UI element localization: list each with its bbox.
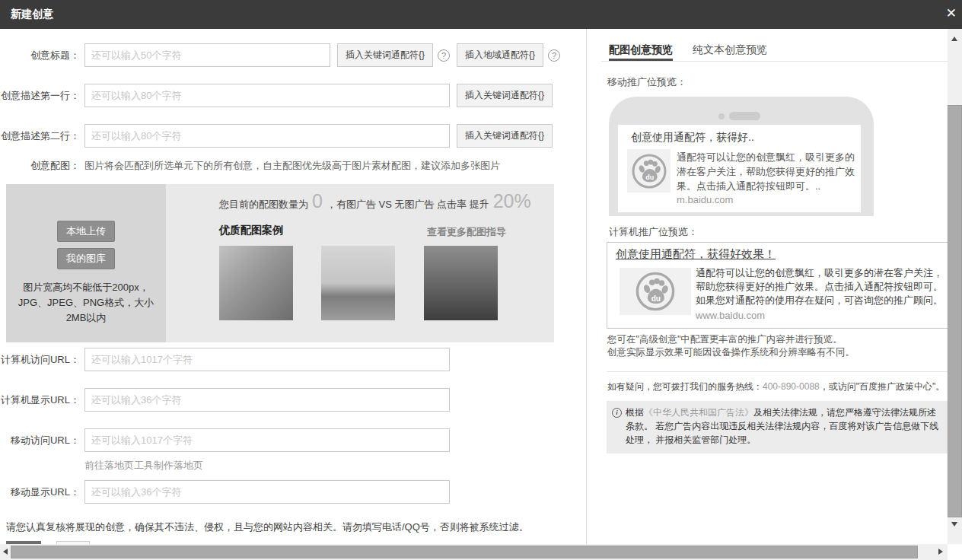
example-image-interior <box>219 246 293 320</box>
hotline-prefix: 如有疑问，您可拨打我们的服务热线： <box>607 381 763 392</box>
insert-region-wildcard-button[interactable]: 插入地域通配符{} <box>457 43 543 67</box>
desktop-preview-label: 计算机推广位预览： <box>609 225 698 239</box>
pc-target-url-row: 计算机访问URL： <box>0 348 450 371</box>
creative-image-label: 创意配图： <box>0 159 80 173</box>
stats-prefix: 您目前的配图数量为 <box>219 198 308 212</box>
service-hotline-text: 如有疑问，您可拨打我们的服务热线：400-890-0088，或访问"百度推广政策… <box>607 380 944 393</box>
review-notice: 请您认真复核将展现的创意，确保其不违法、侵权，且与您的网站内容相关。请勿填写电话… <box>6 520 529 534</box>
more-image-guide-link[interactable]: 查看更多配图指导 <box>427 225 506 239</box>
pc-display-url-label: 计算机显示URL： <box>0 393 80 407</box>
tabs-border <box>601 61 948 62</box>
baidu-paw-icon: du <box>620 268 691 315</box>
insert-keyword-wildcard-button[interactable]: 插入关键词通配符{} <box>457 124 553 148</box>
panel-divider <box>586 29 587 544</box>
mobile-display-url-row: 移动显示URL： <box>0 480 450 504</box>
mobile-target-url-input[interactable] <box>84 428 450 452</box>
creative-image-hint: 图片将会匹配到所选单元下的所有创意，自主配图优先级高于图片素材配图，建议添加多张… <box>84 159 500 173</box>
stats-percent: 20% <box>493 190 531 212</box>
stats-middle: ，有图广告 VS 无图广告 点击率 提升 <box>327 198 489 212</box>
preview-notes: 您可在"高级创意"中配置更丰富的推广内容并进行预览。 创意实际显示效果可能因设备… <box>607 333 855 359</box>
insert-keyword-wildcard-button[interactable]: 插入关键词通配符{} <box>337 43 433 67</box>
mobile-ad-title: 创意使用通配符，获得好.. <box>631 131 754 145</box>
my-library-button[interactable]: 我的图库 <box>57 248 115 269</box>
insert-keyword-wildcard-button[interactable]: 插入关键词通配符{} <box>457 84 553 107</box>
example-image-cityscape <box>424 246 498 320</box>
desktop-ad-title: 创意使用通配符，获得好效果！ <box>616 247 776 262</box>
scroll-down-icon[interactable] <box>951 522 957 527</box>
pc-display-url-input[interactable] <box>84 388 450 412</box>
preview-note-2: 创意实际显示效果可能因设备操作系统和分辨率略有不同。 <box>607 346 855 359</box>
mobile-target-url-row: 移动访问URL： <box>0 428 450 452</box>
scroll-right-icon[interactable] <box>938 549 943 555</box>
mobile-display-url-label: 移动显示URL： <box>0 485 80 499</box>
help-icon[interactable]: ? <box>438 49 450 62</box>
close-icon[interactable]: ✕ <box>946 6 957 21</box>
image-count-stats: 您目前的配图数量为 0 ，有图广告 VS 无图广告 点击率 提升 20% <box>219 190 535 212</box>
local-upload-button[interactable]: 本地上传 <box>57 221 115 242</box>
tab-text-creative-preview[interactable]: 纯文本创意预览 <box>693 43 767 57</box>
svg-text:du: du <box>651 294 661 303</box>
preview-tabs: 配图创意预览 纯文本创意预览 <box>609 43 767 57</box>
preview-divider <box>607 371 948 372</box>
stats-count: 0 <box>312 190 323 212</box>
creative-desc2-input[interactable] <box>84 124 450 148</box>
legal-notice-box: i 根据《中华人民共和国广告法》及相关法律法规，请您严格遵守法律法规所述条款。 … <box>607 401 948 453</box>
upload-buttons-area: 本地上传 我的图库 图片宽高均不能低于200px，JPG、JPEG、PNG格式，… <box>6 184 166 342</box>
legal-notice-text: 根据《中华人民共和国广告法》及相关法律法规，请您严格遵守法律法规所述条款。 若您… <box>626 406 944 447</box>
hotline-number: 400-890-0088 <box>763 381 820 392</box>
phone-speaker-slot <box>729 112 760 120</box>
dialog-titlebar: 新建创意 ✕ <box>0 0 962 29</box>
mobile-display-url-input[interactable] <box>84 480 450 504</box>
creative-image-row: 创意配图： 图片将会匹配到所选单元下的所有创意，自主配图优先级高于图片素材配图，… <box>0 159 500 173</box>
creative-title-row: 创意标题： 插入关键词通配符{} ? 插入地域通配符{} ? <box>0 43 560 67</box>
pc-target-url-input[interactable] <box>84 348 450 371</box>
horizontal-scrollbar[interactable] <box>0 544 948 560</box>
desktop-ad-url: www.baidu.com <box>696 310 765 321</box>
new-creative-dialog: 新建创意 ✕ 创意标题： 插入关键词通配符{} ? 插入地域通配符{} ? 创意… <box>0 0 962 560</box>
image-upload-panel: 本地上传 我的图库 图片宽高均不能低于200px，JPG、JPEG、PNG格式，… <box>6 184 554 342</box>
desktop-ad-card: 创意使用通配符，获得好效果！ du 通配符可以让您的创意飘红，吸引更多的潜在客户… <box>607 242 948 329</box>
desktop-ad-text: 通配符可以让您的创意飘红，吸引更多的潜在客户关注，帮助您获得更好的推广效果。点击… <box>696 266 943 307</box>
example-image-car <box>321 246 395 320</box>
vertical-scrollbar[interactable] <box>948 29 962 544</box>
help-icon[interactable]: ? <box>548 49 560 62</box>
preview-note-1: 您可在"高级创意"中配置更丰富的推广内容并进行预览。 <box>607 333 855 346</box>
creative-title-input[interactable] <box>84 43 330 67</box>
tab-image-creative-preview[interactable]: 配图创意预览 <box>609 43 673 57</box>
dialog-title: 新建创意 <box>11 8 53 21</box>
svg-text:du: du <box>645 173 654 181</box>
creative-desc2-row: 创意描述第二行： 插入关键词通配符{} <box>0 124 553 148</box>
horizontal-scrollbar-thumb[interactable] <box>11 546 918 558</box>
phone-camera-dot <box>718 113 725 119</box>
info-icon: i <box>612 408 622 418</box>
scroll-left-icon[interactable] <box>3 549 8 555</box>
creative-desc2-label: 创意描述第二行： <box>0 129 80 143</box>
legal-law-link: 《中华人民共和国广告法》 <box>644 407 753 418</box>
mobile-ad-text: 通配符可以让您的创意飘红，吸引更多的潜在客户关注，帮助您获得更好的推广效果。点击… <box>677 150 855 193</box>
pc-display-url-row: 计算机显示URL： <box>0 388 450 412</box>
landing-page-tool-link[interactable]: 前往落地页工具制作落地页 <box>84 459 203 473</box>
creative-desc1-input[interactable] <box>84 84 450 107</box>
hotline-suffix: ，或访问"百度推广政策中心"。 <box>820 381 945 392</box>
creative-desc1-row: 创意描述第一行： 插入关键词通配符{} <box>0 84 553 107</box>
vertical-scrollbar-thumb[interactable] <box>948 105 962 517</box>
creative-title-label: 创意标题： <box>0 49 80 62</box>
creative-desc1-label: 创意描述第一行： <box>0 89 80 103</box>
legal-prefix: 根据 <box>626 407 644 418</box>
mobile-target-url-label: 移动访问URL： <box>0 434 80 447</box>
mobile-ad-card: 创意使用通配符，获得好.. du 通配符可以让您的创意飘红，吸引更多的潜在客户关… <box>617 124 862 213</box>
pc-target-url-label: 计算机访问URL： <box>0 353 80 367</box>
image-requirements-text: 图片宽高均不能低于200px，JPG、JPEG、PNG格式，大小2MB以内 <box>10 280 162 326</box>
baidu-paw-icon: du <box>627 149 671 192</box>
mobile-ad-url: m.baidu.com <box>677 194 733 205</box>
scroll-up-icon[interactable] <box>951 37 957 41</box>
examples-title: 优质配图案例 <box>219 224 283 237</box>
mobile-preview-label: 移动推广位预览： <box>607 75 686 89</box>
